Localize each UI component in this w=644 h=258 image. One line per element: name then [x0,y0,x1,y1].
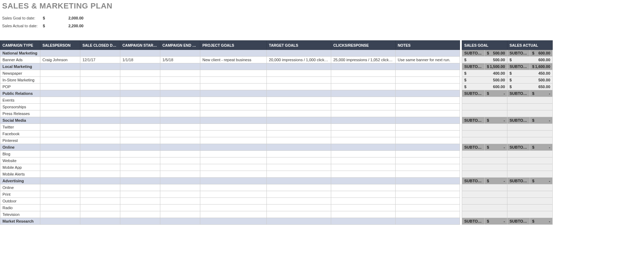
cell-target-goals[interactable] [267,124,331,131]
cell-start-date[interactable] [120,157,160,164]
cell-notes[interactable] [396,218,460,225]
row-goal-value[interactable] [462,151,507,157]
cell-closed-date[interactable] [80,70,120,77]
cell-closed-date[interactable] [80,117,120,124]
cell-salesperson[interactable] [40,151,80,157]
row-goal-value[interactable] [462,198,507,205]
cell-closed-date[interactable] [80,191,120,198]
cell-end-date[interactable] [160,157,200,164]
cell-project-goals[interactable] [200,97,267,104]
cell-target-goals[interactable] [267,84,331,90]
cell-project-goals[interactable] [200,205,267,211]
cell-start-date[interactable] [120,184,160,191]
row-goal-value[interactable]: $400.00 [462,70,507,77]
cell-end-date[interactable] [160,90,200,97]
cell-target-goals[interactable] [267,117,331,124]
cell-notes[interactable] [396,157,460,164]
cell-project-goals[interactable] [200,137,267,144]
cell-clicks[interactable] [331,77,396,84]
cell-project-goals[interactable] [200,131,267,137]
cell-project-goals[interactable] [200,117,267,124]
cell-end-date[interactable] [160,151,200,157]
cell-salesperson[interactable] [40,131,80,137]
cell-salesperson[interactable] [40,171,80,178]
row-goal-value[interactable]: $500.00 [462,57,507,63]
cell-campaign[interactable]: Sponsorships [0,104,40,110]
cell-target-goals[interactable] [267,77,331,84]
cell-clicks[interactable] [331,191,396,198]
cell-salesperson[interactable] [40,178,80,184]
cell-closed-date[interactable] [80,124,120,131]
cell-clicks[interactable] [331,184,396,191]
cell-project-goals[interactable] [200,110,267,117]
cell-clicks[interactable] [331,171,396,178]
cell-salesperson[interactable] [40,198,80,205]
cell-target-goals[interactable] [267,205,331,211]
cell-notes[interactable] [396,63,460,70]
cell-end-date[interactable] [160,131,200,137]
cell-notes[interactable] [396,191,460,198]
cell-end-date[interactable]: 1/5/18 [160,57,200,63]
cell-notes[interactable] [396,70,460,77]
cell-notes[interactable] [396,171,460,178]
cell-campaign[interactable]: Twitter [0,124,40,131]
row-goal-value[interactable] [462,124,507,131]
cell-start-date[interactable] [120,124,160,131]
cell-closed-date[interactable] [80,178,120,184]
row-actual-value[interactable] [507,171,553,178]
cell-start-date[interactable] [120,218,160,225]
cell-target-goals[interactable] [267,198,331,205]
cell-clicks[interactable] [331,198,396,205]
row-actual-value[interactable] [507,191,553,198]
cell-project-goals[interactable]: New client - repeat business [200,57,267,63]
row-goal-value[interactable] [462,157,507,164]
cell-clicks[interactable] [331,164,396,171]
cell-closed-date[interactable] [80,151,120,157]
cell-target-goals[interactable] [267,137,331,144]
cell-closed-date[interactable] [80,218,120,225]
cell-target-goals[interactable] [267,218,331,225]
cell-closed-date[interactable] [80,144,120,151]
row-goal-value[interactable] [462,205,507,211]
cell-salesperson[interactable] [40,124,80,131]
row-goal-value[interactable] [462,191,507,198]
row-actual-value[interactable] [507,124,553,131]
cell-clicks[interactable] [331,90,396,97]
cell-end-date[interactable] [160,211,200,218]
cell-notes[interactable] [396,178,460,184]
cell-target-goals[interactable] [267,164,331,171]
row-actual-value[interactable] [507,137,553,144]
cell-notes[interactable] [396,90,460,97]
cell-notes[interactable] [396,205,460,211]
cell-campaign[interactable]: Advertising [0,178,40,184]
cell-closed-date[interactable] [80,110,120,117]
cell-target-goals[interactable] [267,63,331,70]
row-goal-value[interactable] [462,164,507,171]
row-actual-value[interactable] [507,205,553,211]
cell-clicks[interactable] [331,157,396,164]
row-actual-value[interactable] [507,164,553,171]
cell-clicks[interactable] [331,131,396,137]
cell-target-goals[interactable] [267,50,331,57]
cell-end-date[interactable] [160,144,200,151]
cell-campaign[interactable]: Television [0,211,40,218]
cell-start-date[interactable] [120,84,160,90]
cell-salesperson[interactable] [40,164,80,171]
cell-campaign[interactable]: In-Store Marketing [0,77,40,84]
cell-start-date[interactable] [120,63,160,70]
cell-campaign[interactable]: Market Research [0,218,40,225]
cell-salesperson[interactable] [40,144,80,151]
cell-notes[interactable]: Use same banner for next run. [396,57,460,63]
cell-campaign[interactable]: Mobile Alerts [0,171,40,178]
cell-project-goals[interactable] [200,124,267,131]
cell-start-date[interactable]: 1/1/18 [120,57,160,63]
cell-target-goals[interactable] [267,144,331,151]
cell-start-date[interactable] [120,164,160,171]
cell-salesperson[interactable] [40,191,80,198]
cell-campaign[interactable]: Print [0,191,40,198]
cell-project-goals[interactable] [200,211,267,218]
cell-end-date[interactable] [160,218,200,225]
cell-start-date[interactable] [120,70,160,77]
cell-end-date[interactable] [160,97,200,104]
cell-clicks[interactable] [331,144,396,151]
